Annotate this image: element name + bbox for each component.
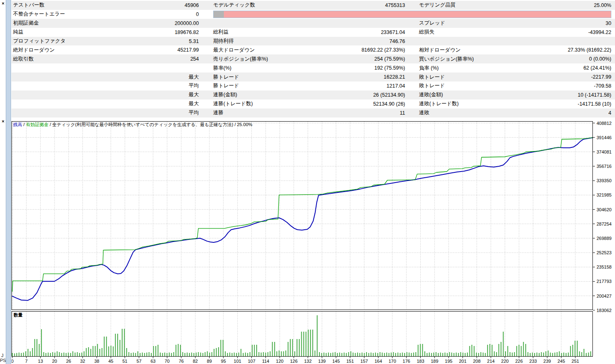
stat-label: 連勝: [213, 109, 223, 116]
volume-bar: [151, 353, 152, 356]
volume-bar: [299, 339, 300, 356]
y-tick-label: 252523: [597, 250, 612, 255]
volume-bar: [227, 353, 228, 356]
stat-value: 最大: [189, 91, 199, 98]
panel-splitter-strip[interactable]: [6, 0, 11, 364]
x-tick-label: 76: [179, 359, 184, 364]
stat-cell: [419, 37, 611, 46]
volume-bar: [577, 341, 578, 356]
volume-bar: [229, 353, 230, 356]
volume-bar: [476, 353, 477, 356]
volume-bar: [418, 345, 419, 356]
quality-bar-gray-segment: [214, 11, 224, 18]
x-tick-label: 157: [360, 359, 368, 364]
volume-bar: [314, 350, 315, 356]
stat-label: 総利益: [213, 29, 229, 36]
x-tick-label: 107: [248, 359, 255, 364]
volume-bar: [532, 353, 533, 356]
stat-cell: 平均: [13, 81, 199, 90]
volume-bar: [501, 342, 501, 356]
volume-bar: [272, 342, 273, 356]
volume-bar: [505, 351, 506, 356]
stat-value: 52134.90 (26): [373, 101, 405, 107]
stat-cell: 純益189676.82: [13, 28, 199, 37]
stat-value: -709.58: [594, 83, 611, 89]
volume-bar: [570, 346, 571, 356]
volume-bar: [77, 352, 78, 356]
volume-bar: [335, 352, 335, 356]
histogram-frame: [12, 312, 593, 357]
x-tick-label: 82: [193, 359, 198, 364]
volume-bar: [279, 350, 280, 356]
volume-bar: [395, 353, 396, 356]
volume-bar: [263, 352, 264, 356]
volume-bar: [449, 352, 450, 356]
x-tick-label: 164: [374, 359, 382, 364]
volume-bar: [55, 353, 55, 356]
volume-bar: [133, 353, 134, 356]
volume-bar: [420, 344, 421, 356]
volume-bar: [583, 349, 584, 356]
stat-cell: 連敗(トレード数)-14171.58 (10): [419, 99, 611, 109]
stat-cell: プロフィットファクタ5.31: [13, 37, 199, 46]
volume-bar: [274, 342, 275, 356]
volume-bar: [111, 346, 112, 356]
stat-cell: 相対ドローダウン27.33% (81692.22): [419, 45, 611, 54]
x-tick-label: 132: [304, 359, 312, 364]
volume-bar: [550, 353, 551, 356]
close-report-panel-button[interactable]: ×: [0, 1, 6, 7]
stat-value: 254: [190, 56, 199, 62]
close-graph-panel-button[interactable]: ×: [0, 119, 6, 124]
stat-value: 189676.82: [175, 29, 199, 35]
volume-bar: [453, 353, 454, 356]
volume-bar: [261, 353, 262, 356]
stat-value: 27.33% (81692.22): [568, 47, 611, 53]
volume-bar: [360, 353, 360, 356]
volume-bar: [97, 344, 98, 356]
volume-bar: [155, 346, 156, 356]
table-row: 平均勝トレード1217.04敗トレード-709.58: [11, 81, 615, 90]
volume-bar: [184, 353, 185, 356]
volume-bar: [462, 353, 463, 356]
volume-bar: [413, 353, 414, 356]
volume-bar: [328, 353, 329, 356]
stat-value: 30: [606, 20, 611, 26]
volume-bar: [218, 347, 219, 356]
volume-bar: [102, 348, 102, 356]
volume-bar: [41, 329, 42, 356]
volume-bar: [398, 353, 399, 356]
volume-bar: [70, 353, 71, 356]
stat-label: 連敗: [419, 109, 429, 116]
volume-bar: [460, 352, 461, 356]
stat-value: 1217.04: [387, 83, 405, 89]
volume-bar: [39, 344, 40, 356]
stat-label: 絶対ドローダウン: [13, 47, 55, 54]
stat-value: 254 (75.59%): [374, 56, 405, 62]
volume-bar: [84, 351, 84, 356]
volume-bar: [66, 353, 66, 356]
stat-cell: テストバー数45906: [13, 1, 199, 10]
table-row: 総取引数254売りポジション(勝率%)254 (75.59%)買いポジション(勝…: [11, 54, 615, 63]
x-tick-label: 139: [318, 359, 326, 364]
x-tick-label: 89: [207, 359, 212, 364]
y-tick-label: 304620: [597, 207, 612, 212]
volume-bar: [545, 351, 546, 356]
volume-bar: [339, 353, 340, 356]
y-tick-label: 269889: [597, 236, 612, 241]
volume-bar: [144, 353, 145, 356]
backtest-report-table: テストバー数45906モデルティック数4755313モデリング品質25.00%不…: [11, 1, 615, 118]
x-tick-label: 114: [262, 359, 269, 364]
stat-cell: 負率 (%)62 (24.41%): [419, 63, 611, 72]
stat-cell: 勝トレード1217.04: [213, 81, 405, 90]
volume-bar: [276, 351, 277, 356]
stat-label: 連敗(金額): [419, 91, 443, 98]
volume-bar: [212, 352, 212, 356]
volume-bar: [146, 353, 147, 356]
x-tick-label: 63: [150, 359, 155, 364]
volume-bar: [245, 353, 246, 356]
volume-bar: [319, 352, 320, 356]
y-tick-label: 235158: [597, 265, 612, 269]
y-tick-label: 183062: [597, 308, 612, 313]
volume-bar: [73, 351, 73, 356]
volume-bar: [241, 349, 241, 356]
